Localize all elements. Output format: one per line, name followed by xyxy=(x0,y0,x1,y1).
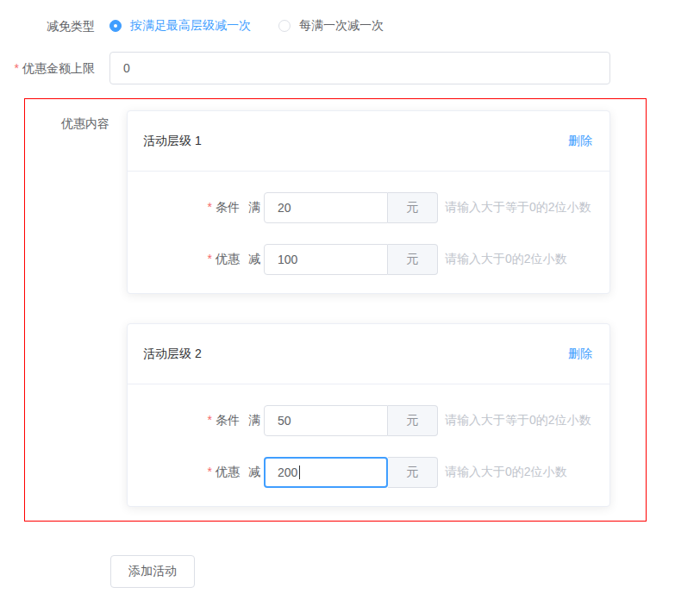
required-marker: * xyxy=(208,252,212,266)
tier-card-1: 活动层级 1 删除 *条件 满 元 请输入大于等于0的2位小数 *优惠 xyxy=(127,110,610,294)
condition-input-group: 元 xyxy=(264,192,438,223)
discount-input-group: 元 xyxy=(264,244,438,275)
required-marker: * xyxy=(15,61,19,75)
reduction-type-row: 减免类型 按满足最高层级减一次 每满一次减一次 xyxy=(0,17,700,34)
radio-option-every-time[interactable]: 每满一次减一次 xyxy=(278,18,384,34)
condition-prefix: 满 xyxy=(248,200,260,216)
unit-append: 元 xyxy=(388,405,438,436)
tier-title: 活动层级 2 xyxy=(143,347,202,362)
reduction-type-radio-group: 按满足最高层级减一次 每满一次减一次 xyxy=(109,17,411,34)
condition-label-text: 条件 xyxy=(216,200,240,214)
condition-input-group: 元 xyxy=(264,405,438,436)
unit-append: 元 xyxy=(388,244,438,275)
required-marker: * xyxy=(208,413,212,427)
tier-card-body: *条件 满 元 请输入大于等于0的2位小数 *优惠 减 元 xyxy=(128,172,609,293)
required-marker: * xyxy=(208,200,212,214)
discount-prefix: 减 xyxy=(248,252,260,267)
text-caret xyxy=(299,465,300,479)
discount-row: *优惠 减 元 请输入大于0的2位小数 xyxy=(128,244,609,275)
tier-list: 活动层级 1 删除 *条件 满 元 请输入大于等于0的2位小数 *优惠 xyxy=(127,110,610,507)
discount-prefix: 减 xyxy=(248,465,260,480)
tier-card-header: 活动层级 2 删除 xyxy=(128,324,609,384)
radio-selected-icon[interactable] xyxy=(109,20,122,32)
discount-label-text: 优惠 xyxy=(216,252,240,266)
condition-row: *条件 满 元 请输入大于等于0的2位小数 xyxy=(128,192,609,223)
tier-card-body: *条件 满 元 请输入大于等于0的2位小数 *优惠 减 元 xyxy=(128,384,609,506)
tier-card-header: 活动层级 1 删除 xyxy=(128,111,609,172)
condition-input[interactable] xyxy=(264,192,388,223)
discount-label-text: 优惠 xyxy=(216,465,240,478)
promotion-form: 减免类型 按满足最高层级减一次 每满一次减一次 *优惠金额上限 优惠内容 活动层… xyxy=(0,0,700,588)
discount-input-group: 元 xyxy=(264,457,438,488)
max-discount-row: *优惠金额上限 xyxy=(0,52,700,84)
max-discount-input[interactable] xyxy=(109,52,610,84)
radio-option-highest-tier[interactable]: 按满足最高层级减一次 xyxy=(109,18,251,34)
condition-input[interactable] xyxy=(264,405,388,436)
discount-input-focused[interactable] xyxy=(264,457,388,488)
condition-prefix: 满 xyxy=(248,413,260,428)
radio-option-label[interactable]: 按满足最高层级减一次 xyxy=(130,18,251,34)
tier-delete-link[interactable]: 删除 xyxy=(568,347,592,362)
tier-delete-link[interactable]: 删除 xyxy=(568,134,592,149)
input-hint: 请输入大于等于0的2位小数 xyxy=(445,200,591,216)
radio-unselected-icon[interactable] xyxy=(278,20,291,32)
condition-label: *条件 xyxy=(128,200,240,216)
tier-card-2: 活动层级 2 删除 *条件 满 元 请输入大于等于0的2位小数 *优惠 xyxy=(127,323,610,507)
discount-label: *优惠 xyxy=(128,465,240,480)
input-hint: 请输入大于等于0的2位小数 xyxy=(445,413,591,428)
discount-label: *优惠 xyxy=(128,252,240,267)
condition-row: *条件 满 元 请输入大于等于0的2位小数 xyxy=(128,405,609,436)
input-hint: 请输入大于0的2位小数 xyxy=(445,465,567,480)
required-marker: * xyxy=(208,465,212,478)
discount-content-section: 优惠内容 活动层级 1 删除 *条件 满 元 请输入大于等于0 xyxy=(24,98,647,522)
condition-label-text: 条件 xyxy=(216,413,240,427)
max-discount-label-text: 优惠金额上限 xyxy=(22,61,95,75)
input-hint: 请输入大于0的2位小数 xyxy=(445,252,567,267)
discount-input[interactable] xyxy=(264,244,388,275)
reduction-type-label: 减免类型 xyxy=(0,17,109,34)
unit-append: 元 xyxy=(388,457,438,488)
unit-append: 元 xyxy=(388,192,438,223)
add-activity-button[interactable]: 添加活动 xyxy=(110,555,195,588)
max-discount-label: *优惠金额上限 xyxy=(0,52,109,84)
condition-label: *条件 xyxy=(128,413,240,428)
discount-row: *优惠 减 元 请输入大于0的2位小数 xyxy=(128,457,609,488)
tier-title: 活动层级 1 xyxy=(143,134,202,149)
radio-option-label[interactable]: 每满一次减一次 xyxy=(299,18,384,34)
discount-content-label: 优惠内容 xyxy=(25,110,127,507)
